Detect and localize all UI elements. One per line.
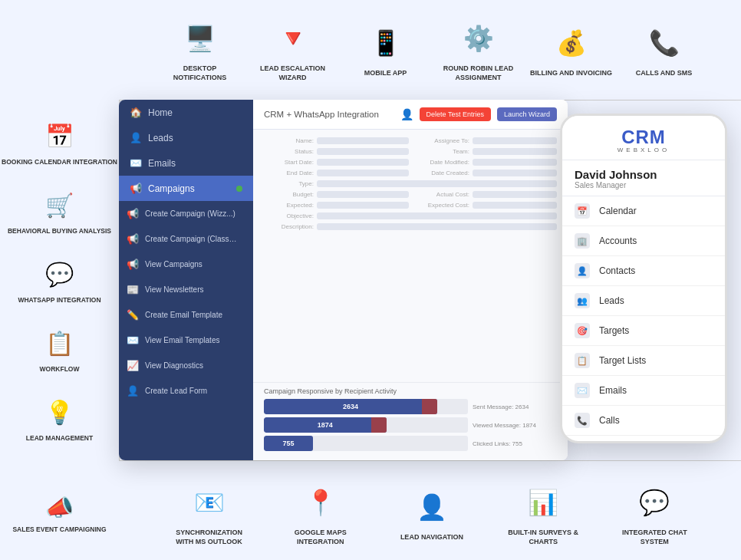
crm-sidebar: 🏠 Home 👤 Leads ✉️ Emails 📢 Campaigns 📢 C… (119, 100, 253, 460)
left-icon-behavioral-buying: 🛒 BEHAVIORAL BUYING ANALYSIS (0, 180, 119, 242)
sales-event-emoji: 📣 (45, 494, 74, 521)
leads-sidebar-icon: 👤 (130, 132, 142, 143)
form-input-bar[interactable] (317, 137, 409, 144)
form-side-label: Team: (412, 148, 469, 155)
google-maps-label: GOOGLE MAPS INTEGRATION (278, 529, 363, 546)
bottom-icon-integrated-chat: 💬 INTEGRATED CHAT SYSTEM (612, 482, 697, 546)
whatsapp-integration-emoji: 💬 (41, 255, 79, 293)
launch-wizard-button[interactable]: Launch Wizard (497, 107, 557, 121)
form-side-input-bar[interactable] (473, 148, 557, 155)
behavioral-buying-label: BEHAVIORAL BUYING ANALYSIS (8, 227, 111, 236)
sidebar-item-campaigns[interactable]: 📢 Campaigns (119, 176, 253, 201)
crm-logo-sub: WEBXLOO (618, 147, 670, 153)
chart-bar-fill: 755 (264, 436, 313, 451)
sidebar-item-view-diagnostics[interactable]: 📈 View Diagnostics (119, 353, 253, 378)
form-input-bar[interactable] (317, 148, 409, 155)
phone-nav: 📅 Calendar 🏢 Accounts 👤 Contacts 👥 Leads… (562, 196, 725, 441)
view-diagnostics-sidebar-label: View Diagnostics (145, 361, 203, 370)
phone-nav-emails[interactable]: ✉️ Emails (562, 376, 725, 406)
create-campaign-class-sidebar-icon: 📢 (127, 233, 139, 245)
view-campaigns-sidebar-label: View Campaigns (145, 260, 203, 268)
sidebar-item-emails[interactable]: ✉️ Emails (119, 150, 253, 176)
crm-header: CRM + WhatsApp Integration 👤 Delete Test… (253, 100, 568, 130)
top-icon-calls-sms: 📞 CALLS AND SMS (622, 22, 706, 78)
lead-navigation-emoji: 👤 (410, 486, 453, 529)
form-side-label: Date Modified: (412, 159, 469, 166)
form-row: Start Date: Date Modified: (264, 159, 557, 166)
integrated-chat-emoji: 💬 (634, 482, 676, 524)
phone-nav-accounts[interactable]: 🏢 Accounts (562, 226, 725, 256)
form-label: End Date: (264, 170, 314, 176)
view-email-templates-sidebar-icon: ✉️ (127, 334, 139, 346)
mobile-app-emoji: 📱 (364, 22, 407, 64)
chart-bar-fill: 2634 (264, 399, 437, 414)
left-icons-column: 📅 BOOKING CALENDAR INTEGRATION 🛒 BEHAVIO… (0, 100, 119, 460)
form-input-bar[interactable] (317, 212, 557, 219)
create-email-template-sidebar-label: Create Email Template (145, 311, 222, 319)
chart-title: Campaign Responsive by Recipient Activit… (264, 387, 557, 395)
phone-nav-calls[interactable]: 📞 Calls (562, 406, 725, 436)
top-icon-mobile-app: 📱 MOBILE APP (344, 22, 428, 78)
user-icon: 👤 (400, 108, 413, 120)
leads-sidebar-label: Leads (148, 133, 173, 143)
calls-nav-label: Calls (599, 415, 620, 426)
sidebar-item-view-newsletters[interactable]: 📰 View Newsletters (119, 277, 253, 302)
sidebar-item-create-campaign-class[interactable]: 📢 Create Campaign (Class...) (119, 226, 253, 252)
chart-bar-label: Viewed Message: 1874 (473, 422, 557, 429)
campaigns-active-dot (236, 186, 242, 192)
sidebar-item-view-email-templates[interactable]: ✉️ View Email Templates (119, 328, 253, 353)
form-row: Objective: (264, 212, 557, 219)
form-side-input-bar[interactable] (473, 191, 557, 198)
phone-nav-contacts[interactable]: 👤 Contacts (562, 256, 725, 286)
lead-escalation-wizard-emoji: 🔻 (272, 18, 314, 60)
form-input-bar[interactable] (317, 170, 409, 176)
form-side-input-bar[interactable] (473, 202, 557, 209)
home-sidebar-label: Home (148, 107, 173, 118)
form-input-bar[interactable] (317, 223, 557, 230)
round-robin-label: ROUND ROBIN LEAD ASSIGNMENT (436, 64, 521, 82)
desktop-notifications-emoji: 🖥️ (179, 18, 221, 60)
accounts-nav-label: Accounts (599, 236, 637, 246)
create-campaign-wiz-sidebar-icon: 📢 (127, 208, 139, 219)
phone-user-role: Sales Manager (575, 181, 713, 189)
form-label: Status: (264, 148, 314, 155)
sidebar-item-create-campaign-wiz[interactable]: 📢 Create Campaign (Wizz...) (119, 201, 253, 226)
form-label: Start Date: (264, 159, 314, 166)
whatsapp-integration-label: WHATSAPP INTEGRATION (18, 296, 100, 305)
phone-nav-leads[interactable]: 👥 Leads (562, 286, 725, 316)
sidebar-item-leads[interactable]: 👤 Leads (119, 125, 253, 150)
sidebar-item-create-email-template[interactable]: ✏️ Create Email Template (119, 302, 253, 328)
ms-outlook-label: SYNCHRONIZATION WITH MS OUTLOOK (167, 529, 252, 546)
targets-nav-label: Targets (599, 325, 629, 336)
crm-window: 🏠 Home 👤 Leads ✉️ Emails 📢 Campaigns 📢 C… (119, 100, 568, 460)
phone-nav-calendar[interactable]: 📅 Calendar (562, 196, 725, 226)
phone-nav-targets[interactable]: 🎯 Targets (562, 316, 725, 346)
form-side-input-bar[interactable] (473, 170, 557, 176)
calendar-nav-icon: 📅 (575, 203, 590, 219)
form-label: Name: (264, 137, 314, 144)
delete-test-entries-button[interactable]: Delete Test Entries (420, 107, 491, 121)
top-icon-billing-invoicing: 💰 BILLING AND INVOICING (529, 22, 614, 78)
bottom-icon-google-maps: 📍 GOOGLE MAPS INTEGRATION (278, 482, 363, 546)
form-side-input-bar[interactable] (473, 137, 557, 144)
home-sidebar-icon: 🏠 (130, 107, 142, 118)
form-input-bar[interactable] (317, 191, 409, 198)
accounts-nav-icon: 🏢 (575, 233, 590, 249)
view-newsletters-sidebar-icon: 📰 (127, 284, 139, 295)
google-maps-emoji: 📍 (299, 482, 341, 524)
sidebar-item-view-campaigns[interactable]: 📢 View Campaigns (119, 252, 253, 277)
sidebar-item-home[interactable]: 🏠 Home (119, 100, 253, 125)
chart-bar-label: Sent Message: 2634 (473, 404, 557, 410)
chart-bar-row: 2634 Sent Message: 2634 (264, 399, 557, 414)
form-input-bar[interactable] (317, 159, 409, 166)
sidebar-item-create-lead-form[interactable]: 👤 Create Lead Form (119, 378, 253, 404)
built-in-surveys-label: BUILT-IN SURVEYS & CHARTS (501, 529, 585, 546)
bottom-icon-ms-outlook: 📧 SYNCHRONIZATION WITH MS OUTLOOK (167, 482, 252, 546)
phone-nav-target-lists[interactable]: 📋 Target Lists (562, 346, 725, 376)
form-input-bar[interactable] (317, 180, 557, 187)
form-side-input-bar[interactable] (473, 159, 557, 166)
crm-chart-section: Campaign Responsive by Recipient Activit… (253, 382, 568, 460)
form-side-label: Date Created: (412, 170, 469, 176)
form-input-bar[interactable] (317, 202, 409, 209)
form-label: Budget: (264, 191, 314, 198)
